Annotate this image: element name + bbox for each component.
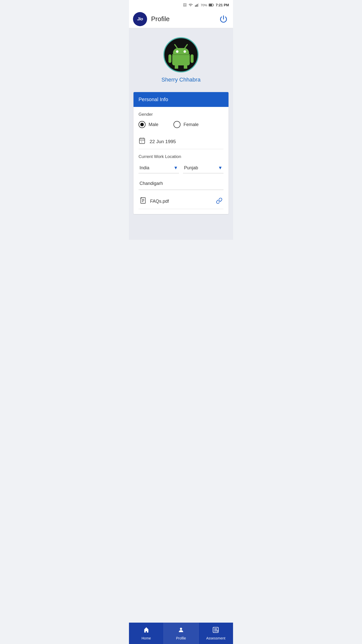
svg-rect-3 xyxy=(198,3,199,7)
dob-value: 22 Jun 1995 xyxy=(150,139,176,144)
attachment-name: FAQs.pdf xyxy=(150,199,212,204)
gender-female-option[interactable]: Female xyxy=(173,121,199,128)
female-radio-outer[interactable] xyxy=(173,121,180,128)
state-value: Punjab xyxy=(184,165,198,171)
main-content: Sherry Chhabra Personal Info Gender Male… xyxy=(129,28,233,240)
male-radio-outer[interactable] xyxy=(139,121,146,128)
gender-label: Gender xyxy=(139,112,223,117)
assessment-icon xyxy=(212,626,219,635)
avatar[interactable] xyxy=(163,37,199,72)
page-title: Profile xyxy=(151,15,218,23)
svg-rect-18 xyxy=(184,64,187,69)
status-time: 7:21 PM xyxy=(216,3,229,7)
nav-assessment[interactable]: Assessment xyxy=(199,623,233,644)
country-dropdown[interactable]: India ▼ xyxy=(139,163,179,173)
dob-row[interactable]: 1 22 Jun 1995 xyxy=(139,134,223,149)
gender-male-option[interactable]: Male xyxy=(139,121,158,128)
battery-percent: 70% xyxy=(201,3,207,7)
svg-text:1: 1 xyxy=(141,141,143,143)
pdf-document-icon xyxy=(140,197,147,206)
svg-rect-0 xyxy=(195,5,196,7)
city-row[interactable]: Chandigarh xyxy=(139,177,223,190)
home-nav-label: Home xyxy=(142,636,151,640)
city-value: Chandigarh xyxy=(140,181,163,186)
male-radio-inner xyxy=(140,123,144,126)
android-avatar-image xyxy=(167,41,195,69)
female-label: Female xyxy=(184,122,199,127)
nav-home[interactable]: Home xyxy=(129,623,164,644)
jio-logo-text: jio xyxy=(137,17,143,22)
profile-nav-label: Profile xyxy=(176,636,186,640)
svg-rect-5 xyxy=(209,4,212,6)
svg-point-11 xyxy=(176,50,178,53)
gender-options: Male Female xyxy=(139,121,223,128)
jio-logo: jio xyxy=(133,12,147,26)
image-icon: 🖼 xyxy=(183,3,187,7)
card-body: Gender Male Female xyxy=(133,107,229,214)
location-dropdowns: India ▼ Punjab ▼ xyxy=(139,163,223,173)
svg-point-12 xyxy=(184,50,186,53)
calendar-icon: 1 xyxy=(139,137,146,146)
svg-rect-10 xyxy=(173,48,189,58)
work-location-label: Current Work Location xyxy=(139,154,223,159)
nav-profile[interactable]: Profile xyxy=(164,623,198,644)
svg-rect-17 xyxy=(175,64,178,69)
home-icon xyxy=(143,626,150,635)
user-name: Sherry Chhabra xyxy=(161,76,200,83)
signal-icon xyxy=(195,3,199,7)
svg-rect-1 xyxy=(196,5,197,7)
svg-rect-19 xyxy=(172,54,190,55)
personal-info-card: Personal Info Gender Male Female xyxy=(133,92,229,214)
status-icons: 🖼 70% 7:21 PM xyxy=(183,3,229,7)
power-button[interactable] xyxy=(218,14,229,25)
country-value: India xyxy=(140,165,149,171)
state-dropdown[interactable]: Punjab ▼ xyxy=(183,163,223,173)
bottom-nav: Home Profile Assessment xyxy=(129,623,233,644)
personal-info-title: Personal Info xyxy=(139,97,168,102)
state-chevron-down-icon: ▼ xyxy=(218,165,222,171)
personal-info-header: Personal Info xyxy=(133,92,229,107)
app-bar: jio Profile xyxy=(129,10,233,28)
pdf-row[interactable]: FAQs.pdf xyxy=(139,194,223,209)
svg-rect-2 xyxy=(197,4,198,7)
svg-rect-15 xyxy=(168,54,171,63)
status-bar: 🖼 70% 7:21 PM xyxy=(129,0,233,10)
assessment-nav-label: Assessment xyxy=(206,636,225,640)
wifi-icon xyxy=(188,3,193,7)
profile-icon xyxy=(178,626,184,635)
link-icon[interactable] xyxy=(216,197,222,206)
avatar-section: Sherry Chhabra xyxy=(129,28,233,89)
country-chevron-down-icon: ▼ xyxy=(173,165,178,171)
battery-icon xyxy=(209,3,214,7)
male-label: Male xyxy=(149,122,158,127)
svg-rect-16 xyxy=(191,54,194,63)
svg-point-30 xyxy=(180,628,182,630)
